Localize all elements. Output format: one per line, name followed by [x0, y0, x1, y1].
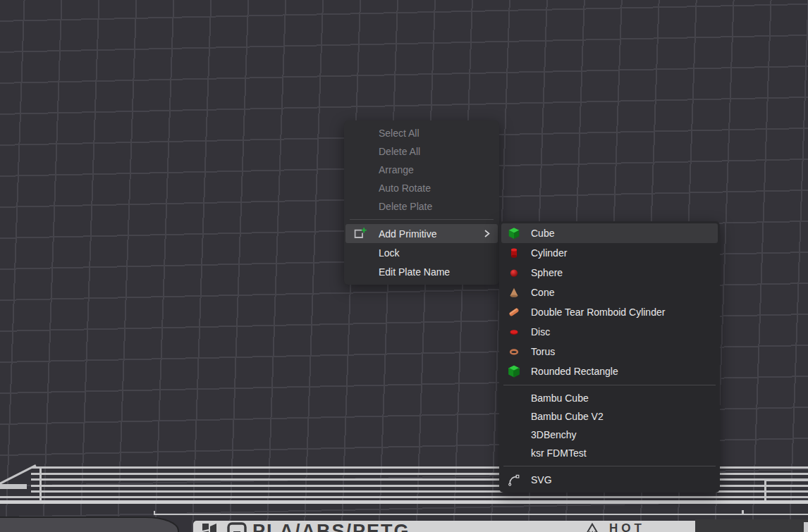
menu-item-icon-slot: [353, 181, 367, 196]
plate-edge-bar: [0, 484, 27, 489]
menu-item[interactable]: Double Tear Romboid Cylinder: [501, 302, 718, 322]
menu-item-icon-slot: [508, 410, 520, 423]
menu-item[interactable]: Add Primitive: [345, 224, 498, 243]
menu-item[interactable]: Bambu Cube: [501, 389, 718, 407]
torus-icon: [508, 345, 520, 358]
plate-front-tick: [154, 511, 155, 515]
menu-item-icon-slot: [353, 264, 367, 279]
bezier-curve-icon: [508, 474, 520, 486]
menu-separator: [350, 219, 494, 220]
menu-separator: [503, 466, 716, 466]
menu-item-icon-slot: [353, 163, 367, 178]
plate-front-line: [154, 514, 808, 515]
menu-item[interactable]: Edit Plate Name: [345, 262, 498, 281]
menu-item[interactable]: Cube: [501, 223, 718, 243]
menu-item-icon-slot: [508, 392, 520, 404]
menu-item-icon-slot: [353, 199, 367, 214]
rounded-rectangle-icon: [508, 365, 520, 378]
cone-icon: [508, 286, 520, 299]
menu-item[interactable]: Disc: [501, 322, 718, 342]
menu-item: Delete Plate: [345, 197, 498, 216]
submenu-primitive-group: Cube Cylinder Sphere Cone Double Tear Ro…: [499, 223, 720, 381]
menu-item[interactable]: Bambu Cube V2: [501, 407, 718, 426]
bambu-logo-icon: [200, 522, 220, 532]
plate-dark-section: [695, 519, 808, 532]
menu-item[interactable]: Sphere: [501, 263, 718, 283]
menu-item-icon-slot: [353, 144, 367, 159]
menu-item[interactable]: Lock: [345, 243, 498, 262]
menu-item: Arrange: [345, 161, 498, 179]
plate-front-tick: [742, 510, 744, 515]
plate-hot-label: HOT: [609, 521, 645, 532]
cube-icon: [508, 227, 520, 240]
romboid-cylinder-icon: [508, 306, 520, 318]
menu-item: Delete All: [345, 142, 498, 161]
plate-notch-line: [764, 479, 766, 500]
submenu-chevron-slot: [482, 247, 492, 258]
plate-engraving-strip: PLA/ABS/PETG HOT: [193, 521, 695, 532]
menu-item[interactable]: 3DBenchy: [501, 426, 718, 444]
plate-notch-line: [764, 479, 808, 481]
chevron-right-icon: [482, 228, 492, 239]
submenu-model-group: Bambu Cube Bambu Cube V2 3DBenchy ksr FD…: [499, 389, 720, 462]
context-menu: Select All Delete All Arrange Auto Rotat…: [344, 120, 499, 285]
menu-item[interactable]: Rounded Rectangle: [501, 361, 718, 381]
menu-item: Select All: [345, 124, 498, 142]
plate-material-label: PLA/ABS/PETG: [252, 521, 410, 532]
cylinder-icon: [508, 247, 520, 259]
menu-item[interactable]: Cone: [501, 283, 718, 302]
sphere-icon: [508, 266, 520, 279]
menu-separator: [503, 385, 716, 385]
plate-type-icon: [227, 522, 247, 532]
menu-item-svg[interactable]: SVG: [501, 470, 718, 490]
menu-item-icon-slot: [353, 245, 367, 260]
add-primitive-icon: [353, 226, 367, 241]
menu-item-icon-slot: [508, 447, 520, 459]
slicer-viewport: PLA/ABS/PETG HOT Select All Delete All A…: [0, 0, 808, 532]
menu-item-icon-slot: [508, 428, 520, 441]
plate-edge-tick: [39, 468, 42, 501]
menu-item[interactable]: ksr FDMTest: [501, 444, 718, 462]
warning-triangle-icon: [582, 522, 602, 532]
menu-item-icon-slot: [353, 126, 367, 141]
plate-edge-line: [0, 496, 808, 498]
context-menu-disabled-group: Select All Delete All Arrange Auto Rotat…: [344, 124, 499, 216]
submenu-chevron-slot: [482, 266, 492, 277]
plate-front-corner: [0, 516, 179, 532]
context-menu-action-group: Add Primitive Lock Edit Plate Name: [344, 224, 499, 281]
menu-item: Auto Rotate: [345, 179, 498, 197]
disc-icon: [508, 326, 520, 338]
plate-edge-fragment: [804, 522, 808, 532]
plate-edge-line: [0, 500, 808, 504]
menu-item[interactable]: Torus: [501, 342, 718, 361]
add-primitive-submenu: Cube Cylinder Sphere Cone Double Tear Ro…: [499, 221, 720, 493]
menu-item[interactable]: Cylinder: [501, 243, 718, 263]
